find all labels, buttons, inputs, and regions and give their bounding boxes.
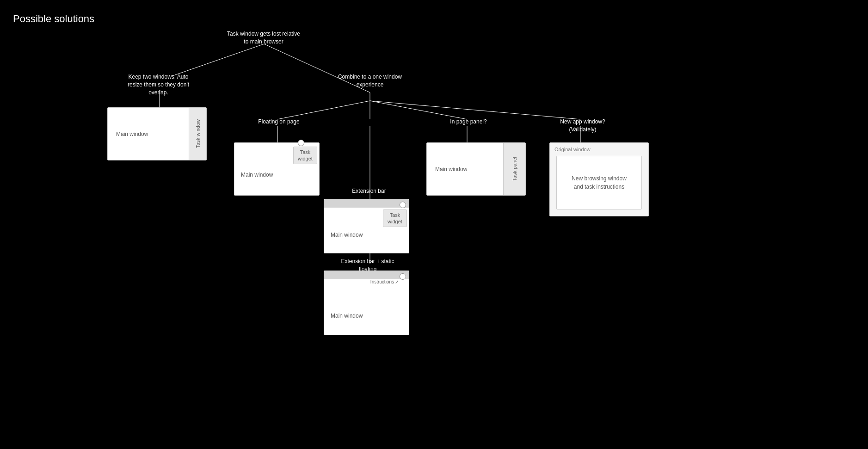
floating-on-page-box: Main window Task widget bbox=[234, 142, 320, 196]
extension-bar-label: Extension bar bbox=[346, 187, 392, 195]
left-branch-label: Keep two windows. Auto resize them so th… bbox=[123, 73, 194, 96]
svg-line-4 bbox=[277, 101, 370, 119]
floating-main-label: Main window bbox=[241, 172, 273, 178]
ext-bar-chrome bbox=[324, 199, 409, 208]
ext-bar-floating-box: Main window Instructions ↗ bbox=[324, 271, 409, 335]
ext-float-dot bbox=[400, 273, 406, 280]
task-window-panel: Task window bbox=[189, 108, 206, 160]
diagram-lines bbox=[0, 0, 868, 449]
ext-bar-dot bbox=[400, 202, 406, 208]
expand-icon: ↗ bbox=[395, 279, 399, 284]
extension-bar-box: Main window Task widget bbox=[324, 199, 409, 253]
ext-float-main-label: Main window bbox=[331, 313, 363, 319]
ext-float-chrome bbox=[324, 271, 409, 279]
two-windows-main-label: Main window bbox=[116, 131, 148, 137]
page-title: Possible solutions bbox=[13, 13, 94, 25]
floating-widget-box: Task widget bbox=[293, 147, 317, 164]
ext-float-instructions: Instructions ↗ bbox=[370, 279, 399, 284]
in-page-panel-label: In page panel? bbox=[448, 118, 489, 126]
new-app-inner-box: New browsing window and task instruction… bbox=[556, 156, 642, 209]
new-app-window-label: New app window? (Validately) bbox=[553, 118, 613, 134]
in-page-panel-box: Main window Task panel bbox=[426, 142, 526, 196]
root-node-label: Task window gets lost relative to main b… bbox=[227, 30, 301, 46]
new-app-original-label: Original window bbox=[554, 147, 591, 152]
svg-line-0 bbox=[171, 44, 264, 76]
in-page-main-label: Main window bbox=[435, 166, 467, 172]
two-windows-box: Main window Task window bbox=[107, 107, 207, 160]
svg-line-6 bbox=[370, 101, 467, 119]
in-page-task-panel: Task panel bbox=[503, 143, 525, 195]
ext-bar-main-label: Main window bbox=[331, 232, 363, 238]
new-app-inner-label: New browsing window and task instruction… bbox=[569, 174, 629, 191]
ext-bar-widget-box: Task widget bbox=[383, 209, 407, 227]
right-branch-label: Combine to a one window experience bbox=[333, 73, 407, 89]
svg-line-7 bbox=[370, 101, 580, 119]
floating-dot bbox=[298, 140, 304, 146]
floating-on-page-label: Floating on page bbox=[256, 118, 302, 126]
new-app-outer-box: Original window New browsing window and … bbox=[549, 142, 649, 216]
